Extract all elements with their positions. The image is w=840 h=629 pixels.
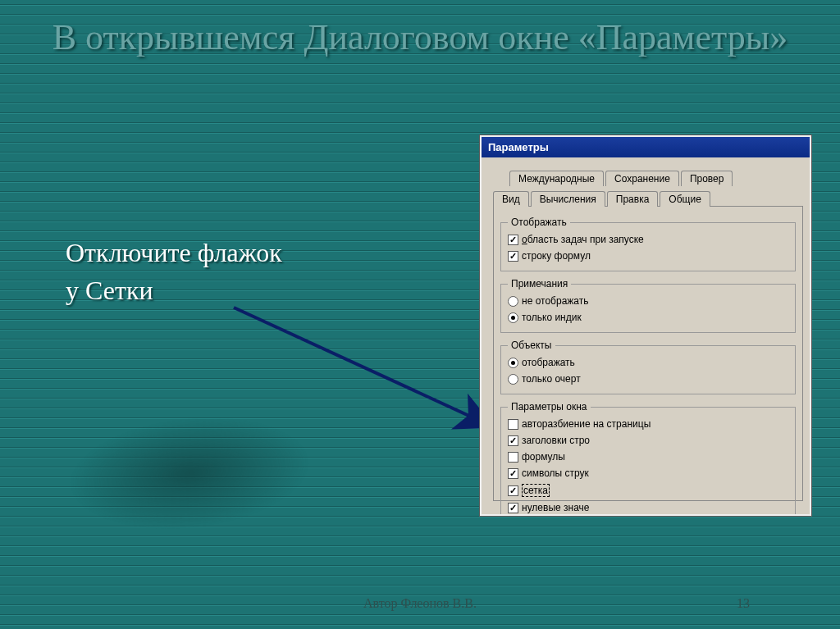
chk-formulas-label: формулы <box>522 451 565 463</box>
chk-formulas[interactable]: формулы <box>508 451 664 463</box>
radio-icon <box>508 312 518 323</box>
parameters-dialog: Параметры Международные Сохранение Прове… <box>480 135 811 516</box>
dialog-body: Международные Сохранение Провер Вид Вычи… <box>482 157 810 508</box>
group-display-legend: Отображать <box>508 217 570 228</box>
rad-show-objects-label: отображать <box>522 357 575 368</box>
chk-gridlines-label: сетка <box>522 484 550 497</box>
group-window: Параметры окна авторазбиение на страницы… <box>500 401 796 516</box>
checkbox-icon: ✓ <box>508 485 518 496</box>
rad-outlines-only[interactable]: только очерт <box>508 373 664 385</box>
footer-page-number: 13 <box>737 596 750 611</box>
chk-gridlines[interactable]: ✓ сетка <box>508 484 664 497</box>
tab-international[interactable]: Международные <box>509 171 604 186</box>
checkbox-icon: ✓ <box>508 251 518 262</box>
rad-indicator-only-label: только индик <box>522 312 582 323</box>
chk-outline-symbols-label: символы струк <box>522 467 589 479</box>
radio-icon <box>508 374 518 385</box>
dialog-titlebar[interactable]: Параметры <box>482 137 810 157</box>
tab-save[interactable]: Сохранение <box>605 171 679 186</box>
chk-zero-values-label: нулевые значе <box>522 502 590 513</box>
tab-check[interactable]: Провер <box>681 171 733 186</box>
chk-headings[interactable]: ✓ заголовки стро <box>508 435 664 446</box>
rad-hide-comments[interactable]: не отображать <box>508 295 664 307</box>
chk-task-pane-label: ообласть задач при запускебласть задач п… <box>522 234 644 245</box>
group-objects-legend: Объекты <box>508 340 555 351</box>
group-objects: Объекты отображать только очерт <box>500 340 796 394</box>
group-comments-legend: Примечания <box>508 278 571 289</box>
chk-task-pane[interactable]: ✓ ообласть задач при запускебласть задач… <box>508 234 664 245</box>
checkbox-icon: ✓ <box>508 503 518 513</box>
tab-edit[interactable]: Правка <box>607 191 659 207</box>
chk-page-breaks[interactable]: авторазбиение на страницы <box>508 418 664 430</box>
handshake-graphic <box>9 366 369 565</box>
tab-general[interactable]: Общие <box>660 191 710 207</box>
checkbox-icon: ✓ <box>508 235 518 245</box>
instruction-line-1: Отключите флажок <box>66 234 282 271</box>
rad-outlines-only-label: только очерт <box>522 373 581 385</box>
checkbox-icon: ✓ <box>508 468 518 479</box>
radio-icon <box>508 358 518 368</box>
tab-view[interactable]: Вид <box>493 191 529 207</box>
instruction-line-2: у Сетки <box>66 271 282 309</box>
instruction-text: Отключите флажок у Сетки <box>66 234 282 310</box>
tab-panel-view: Отображать ✓ ообласть задач при запускеб… <box>493 206 803 501</box>
checkbox-icon <box>508 419 518 430</box>
dialog-title: Параметры <box>488 141 549 153</box>
group-display: Отображать ✓ ообласть задач при запускеб… <box>500 217 796 271</box>
tab-row-front: Вид Вычисления Правка Общие <box>493 191 803 207</box>
slide: В открывшемся Диалоговом окне «Параметры… <box>0 0 840 629</box>
chk-formula-bar[interactable]: ✓ строку формул <box>508 250 664 262</box>
checkbox-icon <box>508 452 518 463</box>
radio-icon <box>508 296 518 307</box>
tab-calc[interactable]: Вычисления <box>531 191 605 207</box>
rad-hide-comments-label: не отображать <box>522 295 589 307</box>
group-comments: Примечания не отображать только индик <box>500 278 796 333</box>
checkbox-icon: ✓ <box>508 435 518 446</box>
chk-zero-values[interactable]: ✓ нулевые значе <box>508 502 664 513</box>
tab-row-back: Международные Сохранение Провер <box>509 171 803 186</box>
chk-outline-symbols[interactable]: ✓ символы струк <box>508 467 664 479</box>
chk-formula-bar-label: строку формул <box>522 250 591 262</box>
slide-title: В открывшемся Диалоговом окне «Параметры… <box>0 15 840 60</box>
rad-indicator-only[interactable]: только индик <box>508 312 664 323</box>
footer-author: Автор Флеонов В.В. <box>0 596 840 611</box>
rad-show-objects[interactable]: отображать <box>508 357 664 368</box>
group-window-legend: Параметры окна <box>508 401 591 412</box>
chk-page-breaks-label: авторазбиение на страницы <box>522 418 651 430</box>
chk-headings-label: заголовки стро <box>522 435 590 446</box>
